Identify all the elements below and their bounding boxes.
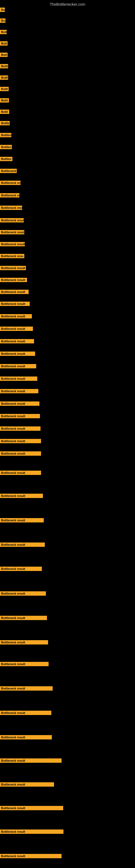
bar-label: Bottleneck result (0, 230, 24, 235)
bar-item[interactable]: Bottleneck result (0, 414, 40, 420)
bar-item[interactable]: Bottleneck result (0, 686, 53, 692)
bar-item[interactable]: Bottleneck result (0, 206, 22, 211)
bar-item[interactable]: Bottleneck result (0, 230, 24, 236)
bar-label: Bottl (0, 87, 9, 91)
bar-item[interactable]: Bott (0, 53, 8, 58)
bar-item[interactable]: Bottl (0, 110, 9, 115)
bar-item[interactable]: Bo (0, 8, 5, 13)
bar-item[interactable]: Bottleneck resu (0, 181, 20, 186)
bar-item[interactable]: Bo (0, 19, 5, 24)
bar-item[interactable]: Bottleneck result (0, 351, 35, 357)
bar-item[interactable]: Bott (0, 41, 8, 46)
bar-label: Bott (0, 41, 8, 45)
bar-label: Bott (0, 30, 7, 34)
bar-label: Bottleneck r (0, 169, 17, 173)
bar-item[interactable]: Bottleneck result (0, 494, 43, 499)
bar-label: Bottleneck result (0, 278, 27, 282)
bar-label: Bottleneck resu (0, 181, 20, 185)
bar-label: Bottleneck result (0, 439, 41, 443)
bar-item[interactable]: Bottleneck result (0, 278, 27, 283)
bar-item[interactable]: Bottleneck result (0, 218, 24, 223)
bar-item[interactable]: Bottleneck result (0, 471, 41, 476)
bar-item[interactable]: Bottleneck result (0, 439, 41, 444)
bar-label: Bottleneck result (0, 327, 33, 331)
bar-label: Bottleneck result (0, 218, 24, 222)
bar-label: Bottleneck result (0, 364, 36, 368)
bar-item[interactable]: Bottleneck r (0, 169, 17, 174)
bar-label: Bottlen (0, 133, 11, 137)
bar-label: Bottleneck result (0, 854, 61, 858)
bar-item[interactable]: Bottleneck result (0, 327, 33, 332)
bar-item[interactable]: Bottl (0, 87, 9, 92)
bar-label: Bottleneck result (0, 542, 45, 547)
bar-label: Bottleneck result (0, 686, 53, 691)
bar-item[interactable]: Bottleneck result (0, 426, 41, 432)
bar-label: Bottleneck result (0, 242, 25, 246)
bar-item[interactable]: Bottleneck result (0, 830, 63, 835)
bar-label: Bottle (0, 121, 10, 125)
bar-label: Bottleneck result (0, 426, 41, 431)
bar-label: Bottleneck result (0, 758, 61, 763)
bar-label: Bottleneck result (0, 290, 29, 294)
bar-label: Bottleneck result (0, 376, 37, 381)
site-title: TheBottlenecker.com (0, 0, 135, 8)
bar-item[interactable]: Bottleneck result (0, 401, 39, 407)
bar-label: Bottleneck result (0, 616, 47, 620)
bar-label: Bottleneck result (0, 414, 40, 418)
bar-label: Bottleneck result (0, 640, 48, 645)
bar-label: Bottleneck result (0, 735, 52, 739)
bar-label: Bottleneck result (0, 830, 63, 834)
bar-item[interactable]: Bottleneck result (0, 242, 25, 247)
bar-label: Bottleneck re (0, 193, 19, 197)
bar-label: Bo (0, 8, 5, 12)
bar-item[interactable]: Bottleneck result (0, 452, 41, 457)
bar-item[interactable]: Bottleneck result (0, 518, 44, 524)
bar-item[interactable]: Bottleneck result (0, 302, 30, 307)
bar-label: Bottleneck result (0, 302, 30, 306)
bar-item[interactable]: Bottleneck result (0, 389, 38, 394)
bar-item[interactable]: Bottlen (0, 157, 12, 162)
bar-label: Bottleneck result (0, 662, 49, 666)
bar-label: Bottleneck result (0, 351, 35, 356)
bar-item[interactable]: Bottleneck result (0, 640, 48, 646)
bar-item[interactable]: Bottleneck result (0, 662, 49, 667)
bar-label: Bottleneck result (0, 494, 43, 498)
bar-item[interactable]: Bottle (0, 121, 10, 126)
bar-item[interactable]: Bottleneck result (0, 339, 34, 344)
bar-item[interactable]: Bottleneck result (0, 542, 45, 548)
bar-item[interactable]: Bottleneck re (0, 193, 19, 198)
bar-label: Bottleneck result (0, 401, 39, 406)
bar-item[interactable]: Bottl (0, 64, 8, 69)
bar-label: Bottleneck result (0, 806, 63, 810)
bar-label: Bottleneck result (0, 266, 26, 270)
bar-item[interactable]: Bottleneck result (0, 854, 61, 859)
bar-item[interactable]: Bottlen (0, 133, 11, 138)
bar-item[interactable]: Bottleneck result (0, 364, 36, 369)
bar-item[interactable]: Bottleneck result (0, 735, 52, 741)
bar-label: Bottl (0, 64, 8, 68)
bar-label: Bottl (0, 98, 9, 102)
bar-label: Bottleneck result (0, 711, 51, 715)
bar-item[interactable]: Bottleneck result (0, 711, 51, 716)
bar-item[interactable]: Bottleneck result (0, 314, 32, 319)
bar-item[interactable]: Bottleneck result (0, 266, 26, 271)
bar-label: Bottl (0, 110, 9, 114)
bar-item[interactable]: Bottleneck result (0, 616, 47, 621)
bar-label: Bottleneck result (0, 452, 41, 456)
bar-label: Bottleneck result (0, 471, 41, 475)
bar-item[interactable]: Bottleneck result (0, 806, 63, 811)
bar-item[interactable]: Bottlen (0, 145, 12, 150)
bar-item[interactable]: Bottleneck result (0, 591, 46, 597)
bar-item[interactable]: Bottleneck result (0, 567, 42, 572)
bar-item[interactable]: Bottl (0, 75, 8, 81)
bar-item[interactable]: Bottleneck result (0, 758, 61, 764)
bar-label: Bottleneck result (0, 591, 46, 596)
bar-item[interactable]: Bottleneck result (0, 290, 29, 295)
bar-item[interactable]: Bottl (0, 98, 9, 104)
bar-item[interactable]: Bottleneck result (0, 376, 37, 382)
bar-item[interactable]: Bott (0, 30, 7, 35)
bar-label: Bottlen (0, 145, 12, 149)
bar-item[interactable]: Bottleneck resu (0, 254, 24, 259)
bar-label: Bottleneck result (0, 206, 22, 210)
bar-item[interactable]: Bottleneck result (0, 782, 54, 788)
